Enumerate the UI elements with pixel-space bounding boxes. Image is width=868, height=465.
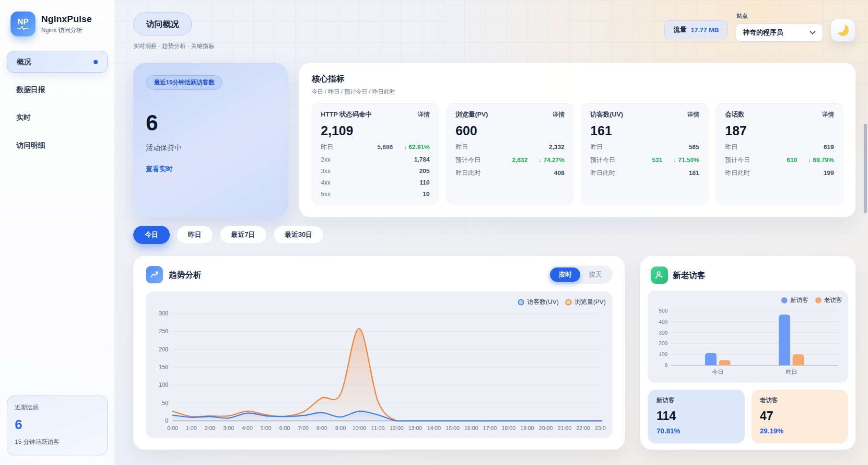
site-select-group: 站点 神奇的程序员 [736, 12, 823, 42]
kpi-row-value: 2,332 [528, 143, 564, 151]
kpi-card-value: 600 [456, 124, 564, 139]
svg-text:250: 250 [159, 328, 168, 335]
kpi-row: 3xx205 [321, 167, 430, 174]
svg-text:4:00: 4:00 [242, 425, 252, 431]
legend-item: 新访客 [781, 296, 809, 304]
main-content: 访问概况 实时洞察 · 趋势分析 · 关键指标 流量 17.77 MB 站点 神… [115, 0, 868, 465]
kpi-row-label: 昨日此时 [590, 169, 629, 177]
kpi-row: 2xx1,784 [321, 156, 430, 163]
sidebar-nav: 概况数据日报实时访问明细 [7, 51, 108, 156]
svg-text:150: 150 [159, 364, 168, 371]
sidebar-item-数据日报[interactable]: 数据日报 [7, 79, 108, 101]
window-scrollbar-thumb[interactable] [864, 124, 867, 213]
kpi-card-title: 会话数 [725, 110, 745, 119]
recent-activity-card: 近期活跃 6 15 分钟活跃访客 [7, 395, 108, 455]
visitor-stat-label: 老访客 [760, 396, 840, 405]
kpi-row-value: ↓ 69.79% [797, 156, 834, 163]
active-visitors-status: 活动保持中 [146, 143, 275, 152]
trend-mode-按时[interactable]: 按时 [550, 267, 580, 282]
svg-text:0: 0 [665, 362, 668, 368]
filter-今日[interactable]: 今日 [133, 226, 170, 244]
filter-昨日[interactable]: 昨日 [176, 226, 213, 244]
kpi-row: 昨日2,332 [456, 143, 564, 151]
kpi-row-label: 昨日此时 [725, 169, 763, 177]
kpi-card: HTTP 状态码命中详情2,109昨日5,686↓ 62.91%2xx1,784… [312, 103, 439, 205]
kpi-row-value: 181 [662, 169, 699, 176]
kpi-row-value: 205 [393, 167, 430, 174]
active-visitors-panel: 最近15分钟活跃访客数 6 活动保持中 查看实时 [133, 63, 288, 217]
trend-card-header: 趋势分析 按时按天 [146, 266, 612, 284]
kpi-row: 5xx10 [321, 190, 430, 198]
view-realtime-link[interactable]: 查看实时 [146, 165, 275, 174]
site-label: 站点 [737, 12, 823, 20]
svg-text:14:00: 14:00 [427, 425, 441, 431]
svg-text:8:00: 8:00 [317, 425, 327, 431]
kpi-row-label: 预计今日 [456, 156, 494, 164]
page-heading: 访问概况 实时洞察 · 趋势分析 · 关键指标 [133, 12, 214, 50]
traffic-label: 流量 [673, 25, 686, 34]
visitor-stat-label: 新访客 [657, 396, 736, 405]
theme-toggle-button[interactable] [831, 19, 856, 42]
svg-text:23:00: 23:00 [595, 425, 606, 431]
kpi-card-value: 187 [725, 124, 834, 139]
svg-text:0: 0 [165, 418, 168, 424]
site-select[interactable]: 神奇的程序员 [736, 23, 823, 42]
legend-dot [565, 299, 572, 305]
detail-link[interactable]: 详情 [687, 111, 699, 119]
svg-text:2:00: 2:00 [205, 425, 215, 431]
kpi-row-label: 昨日 [590, 143, 629, 151]
svg-text:17:00: 17:00 [483, 425, 497, 431]
kpi-section-subtitle: 今日 / 昨日 / 预计今日 / 昨日此时 [312, 88, 843, 96]
legend-dot [815, 297, 821, 303]
kpi-row: 昨日619 [725, 143, 834, 151]
kpi-row-value: 10 [393, 190, 430, 198]
kpi-row: 预计今日610↓ 69.79% [725, 156, 834, 164]
kpi-card-header: 会话数详情 [725, 110, 834, 119]
kpi-grid: HTTP 状态码命中详情2,109昨日5,686↓ 62.91%2xx1,784… [312, 103, 843, 205]
svg-text:18:00: 18:00 [502, 425, 516, 431]
kpi-row-mid-value: 610 [763, 156, 797, 163]
kpi-card-header: HTTP 状态码命中详情 [321, 110, 430, 119]
svg-text:9:00: 9:00 [335, 425, 346, 431]
svg-text:16:00: 16:00 [464, 425, 478, 431]
brand-text: NginxPulse Nginx 访问分析 [41, 14, 92, 35]
kpi-row-label: 2xx [321, 156, 359, 163]
trend-legend: 访客数(UV)浏览量(PV) [152, 294, 606, 310]
recent-activity-caption: 15 分钟活跃访客 [15, 438, 100, 446]
kpi-row-value: 199 [797, 169, 834, 176]
page-subtitle: 实时洞察 · 趋势分析 · 关键指标 [133, 42, 214, 50]
visitor-stat-value: 47 [760, 409, 840, 423]
kpi-card: 访客数(UV)详情161昨日565预计今日531↓ 71.50%昨日此时181 [581, 103, 708, 205]
svg-text:15:00: 15:00 [446, 425, 459, 431]
kpi-card-value: 2,109 [321, 124, 430, 139]
trend-mode-按天[interactable]: 按天 [580, 267, 610, 282]
sidebar-item-label: 概况 [17, 58, 31, 67]
filter-最近7日[interactable]: 最近7日 [220, 226, 267, 244]
kpi-card-title: HTTP 状态码命中 [321, 110, 372, 119]
svg-text:昨日: 昨日 [786, 369, 797, 375]
page-title: 访问概况 [133, 12, 192, 35]
app-name: NginxPulse [41, 14, 92, 24]
chevron-down-icon [809, 31, 816, 35]
sidebar-item-概况[interactable]: 概况 [7, 51, 108, 73]
svg-text:300: 300 [659, 330, 668, 336]
kpi-row-mid-value: 5,686 [359, 143, 393, 151]
kpi-row-label: 3xx [321, 167, 359, 174]
detail-link[interactable]: 详情 [552, 111, 564, 119]
line-chart-icon [146, 266, 163, 283]
sidebar-item-访问明细[interactable]: 访问明细 [7, 134, 108, 156]
filter-最近30日[interactable]: 最近30日 [273, 226, 324, 244]
kpi-card: 会话数详情187昨日619预计今日610↓ 69.79%昨日此时199 [716, 103, 843, 205]
detail-link[interactable]: 详情 [822, 111, 834, 119]
legend-label: 新访客 [790, 296, 809, 304]
detail-link[interactable]: 详情 [418, 111, 430, 119]
pulse-line-icon [17, 26, 29, 30]
kpi-row-mid-value: 2,632 [494, 156, 528, 163]
trend-line-chart: 0501001502002503000:001:002:003:004:005:… [152, 310, 606, 433]
kpi-row-value: 1,784 [393, 156, 430, 163]
legend-dot [518, 299, 524, 305]
active-visitors-badge: 最近15分钟活跃访客数 [146, 75, 223, 90]
kpi-section-title: 核心指标 [312, 73, 843, 84]
svg-text:300: 300 [159, 310, 168, 317]
sidebar-item-实时[interactable]: 实时 [7, 106, 108, 128]
